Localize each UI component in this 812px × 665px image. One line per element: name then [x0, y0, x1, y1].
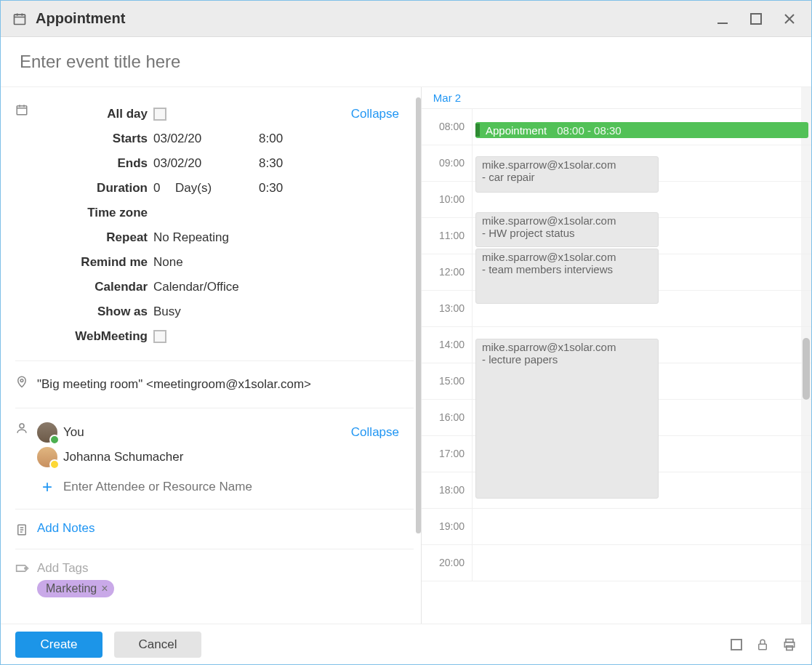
calendar-hour-row[interactable]: 19:00	[422, 509, 811, 545]
add-attendee-icon[interactable]: +	[37, 477, 57, 497]
webmeeting-checkbox[interactable]	[153, 330, 166, 343]
starts-date[interactable]: 03/02/20	[153, 132, 259, 146]
attendee-you[interactable]: You	[63, 425, 84, 440]
svg-rect-1	[751, 14, 761, 24]
remind-label: Remind me	[37, 255, 153, 270]
window-title: Appointment	[36, 10, 125, 27]
svg-rect-7	[731, 640, 741, 650]
calendar-value[interactable]: Calendar/Office	[153, 280, 414, 294]
hour-label: 15:00	[422, 363, 473, 399]
duration-time[interactable]: 0:30	[259, 181, 317, 196]
svg-point-3	[20, 379, 23, 382]
cancel-button[interactable]: Cancel	[114, 632, 201, 658]
ends-date[interactable]: 03/02/20	[153, 156, 259, 171]
starts-label: Starts	[37, 132, 153, 146]
form-scrollbar[interactable]	[416, 97, 421, 533]
duration-days[interactable]: 0	[153, 181, 175, 196]
maximize-button[interactable]	[746, 9, 766, 29]
hour-label: 09:00	[422, 145, 473, 181]
avatar	[37, 422, 57, 443]
busy-event[interactable]: mike.sparrow@x1solar.com- team members i…	[475, 249, 659, 304]
hour-label: 08:00	[422, 109, 473, 145]
attendees-collapse-link[interactable]: Collapse	[351, 425, 399, 440]
form-panel: All day Collapse Starts 03/02/20 8:00	[1, 87, 421, 624]
svg-rect-8	[759, 644, 767, 650]
event-organizer: mike.sparrow@x1solar.com	[482, 158, 652, 171]
calendar-icon	[15, 102, 37, 349]
appointment-dialog: Appointment All day	[0, 0, 812, 665]
svg-point-6	[25, 568, 27, 570]
close-button[interactable]	[779, 9, 800, 29]
titlebar: Appointment	[1, 1, 811, 37]
timezone-label: Time zone	[37, 206, 153, 220]
svg-rect-2	[17, 106, 27, 115]
busy-event[interactable]: mike.sparrow@x1solar.com- car repair	[475, 156, 659, 193]
svg-rect-0	[15, 15, 25, 24]
hour-label: 10:00	[422, 182, 473, 217]
datetime-collapse-link[interactable]: Collapse	[351, 107, 399, 121]
print-icon[interactable]	[782, 637, 797, 652]
busy-event[interactable]: mike.sparrow@x1solar.com- lecture papers	[475, 339, 659, 499]
event-subject: - team members interviews	[482, 263, 652, 275]
all-day-label: All day	[37, 107, 153, 121]
tag-chip-label: Marketing	[46, 582, 97, 595]
new-appointment-event[interactable]: Appointment 08:00 - 08:30	[475, 122, 808, 138]
notes-icon	[15, 521, 37, 537]
ends-time[interactable]: 8:30	[259, 156, 317, 171]
hour-label: 11:00	[422, 218, 473, 254]
showas-label: Show as	[37, 305, 153, 319]
hour-label: 18:00	[422, 472, 473, 508]
event-organizer: mike.sparrow@x1solar.com	[482, 251, 652, 263]
repeat-value[interactable]: No Repeating	[153, 230, 414, 245]
svg-point-4	[20, 424, 24, 428]
add-tags-placeholder[interactable]: Add Tags	[37, 561, 414, 576]
calendar-scrollbar-thumb[interactable]	[803, 338, 810, 400]
person-icon	[15, 420, 37, 497]
calendar-label: Calendar	[37, 280, 153, 294]
lock-icon[interactable]	[756, 637, 769, 652]
hour-label: 17:00	[422, 436, 473, 472]
hour-label: 19:00	[422, 509, 473, 544]
event-subject: - HW project status	[482, 227, 652, 239]
event-organizer: mike.sparrow@x1solar.com	[482, 214, 652, 227]
attendee-name[interactable]: Johanna Schumacher	[63, 450, 183, 464]
event-time: 08:00 - 08:30	[557, 124, 621, 137]
duration-label: Duration	[37, 181, 153, 196]
tag-remove-icon[interactable]: ×	[101, 582, 108, 595]
title-input-area	[1, 37, 811, 87]
calendar-hour-row[interactable]: 20:00	[422, 545, 811, 581]
event-subject: - lecture papers	[482, 353, 652, 366]
busy-event[interactable]: mike.sparrow@x1solar.com- HW project sta…	[475, 212, 659, 247]
tag-icon	[15, 561, 37, 597]
footer: Create Cancel	[1, 624, 811, 664]
day-calendar-panel: Mar 2 08:0009:0010:0011:0012:0013:0014:0…	[422, 87, 811, 624]
duration-days-unit: Day(s)	[175, 181, 259, 196]
hour-label: 12:00	[422, 254, 473, 290]
remind-value[interactable]: None	[153, 255, 414, 270]
hour-label: 20:00	[422, 545, 473, 581]
event-title-input[interactable]	[20, 52, 797, 72]
minimize-button[interactable]	[712, 9, 733, 29]
hour-label: 13:00	[422, 291, 473, 326]
avatar	[37, 447, 57, 467]
tag-chip-marketing[interactable]: Marketing ×	[37, 580, 114, 597]
starts-time[interactable]: 8:00	[259, 132, 317, 146]
hour-label: 14:00	[422, 327, 473, 363]
add-attendee-input[interactable]	[63, 480, 414, 494]
hour-label: 16:00	[422, 400, 473, 435]
create-button[interactable]: Create	[15, 632, 102, 658]
showas-value[interactable]: Busy	[153, 305, 414, 319]
event-organizer: mike.sparrow@x1solar.com	[482, 341, 652, 353]
webmeeting-label: WebMeeting	[37, 329, 153, 344]
calendar-date[interactable]: Mar 2	[422, 92, 473, 104]
repeat-label: Repeat	[37, 230, 153, 245]
location-pin-icon	[15, 373, 37, 396]
location-field[interactable]: "Big meeting room" <meetingroom@x1solar.…	[37, 373, 414, 396]
private-icon[interactable]	[730, 638, 743, 651]
calendar-icon	[12, 12, 27, 26]
event-title: Appointment	[486, 124, 547, 137]
all-day-checkbox[interactable]	[153, 108, 166, 121]
ends-label: Ends	[37, 156, 153, 171]
event-subject: - car repair	[482, 171, 652, 183]
add-notes-link[interactable]: Add Notes	[37, 521, 95, 535]
